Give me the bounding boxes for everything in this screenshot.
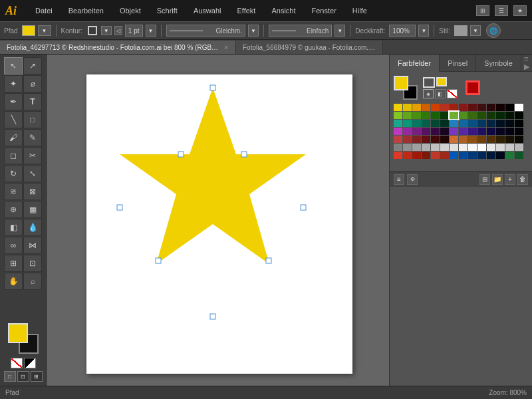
color-cell-6-10[interactable] <box>487 152 495 159</box>
fill-swatch[interactable] <box>22 25 35 36</box>
color-cell-6-3[interactable] <box>422 152 430 159</box>
free-transform-tool[interactable]: ⊠ <box>23 183 42 200</box>
selected-color-indicator[interactable] <box>466 80 480 95</box>
menu-hilfe[interactable]: Hilfe <box>350 5 370 16</box>
color-cell-6-2[interactable] <box>412 152 421 159</box>
color-cell-6-5[interactable] <box>440 152 449 159</box>
globe-icon[interactable]: 🌐 <box>486 23 501 38</box>
default-colors-swatch[interactable] <box>24 358 36 368</box>
scissors-tool[interactable]: ✂ <box>23 147 42 164</box>
color-cell-0-13[interactable] <box>515 104 523 111</box>
color-cell-6-4[interactable] <box>431 152 440 159</box>
color-cell-3-12[interactable] <box>505 128 514 135</box>
color-cell-0-8[interactable] <box>468 104 477 111</box>
stroke-style-dropdown[interactable]: ▼ <box>248 25 259 37</box>
stroke-dropdown-1[interactable]: ▼ <box>101 26 112 35</box>
menu-schrift[interactable]: Schrift <box>154 5 180 16</box>
live-paint-tool[interactable]: ⋈ <box>23 237 42 254</box>
color-cell-3-2[interactable] <box>412 128 421 135</box>
color-cell-6-7[interactable] <box>459 152 467 159</box>
style-swatch[interactable] <box>454 25 467 36</box>
color-cell-2-9[interactable] <box>477 120 486 127</box>
color-cell-3-7[interactable] <box>459 128 467 135</box>
color-cell-0-6[interactable] <box>450 104 458 111</box>
color-cell-0-1[interactable] <box>403 104 412 111</box>
workspace-icon[interactable]: ☰ <box>495 5 508 16</box>
panel-delete-icon[interactable]: 🗑 <box>517 174 528 185</box>
color-cell-6-9[interactable] <box>477 152 486 159</box>
tab-symbole[interactable]: Symbole <box>476 55 521 72</box>
magic-wand-tool[interactable]: ✦ <box>4 75 23 92</box>
stroke-style-field[interactable]: Gleichm. <box>166 25 245 37</box>
color-cell-0-3[interactable] <box>422 104 430 111</box>
draw-normal-swatch[interactable]: □ <box>4 371 16 382</box>
tab-1-close[interactable]: ✕ <box>223 44 229 51</box>
color-cell-3-11[interactable] <box>496 128 505 135</box>
color-cell-2-4[interactable] <box>431 120 440 127</box>
handle-bl[interactable] <box>156 258 161 263</box>
menu-auswahl[interactable]: Auswahl <box>191 5 224 16</box>
panel-none-icon[interactable] <box>447 89 458 98</box>
color-cell-2-7[interactable] <box>459 120 467 127</box>
handle-bottom[interactable] <box>210 314 215 319</box>
stroke-width-field[interactable]: 1 pt <box>125 25 143 37</box>
none-swatch[interactable] <box>11 358 23 368</box>
color-cell-1-7[interactable] <box>459 112 467 119</box>
eyedropper-tool[interactable]: 💧 <box>23 219 42 236</box>
color-cell-5-0[interactable] <box>394 144 402 151</box>
color-cell-5-6[interactable] <box>450 144 458 151</box>
color-cell-1-10[interactable] <box>487 112 495 119</box>
color-cell-2-11[interactable] <box>496 120 505 127</box>
panel-grid-icon[interactable]: ⊞ <box>479 174 490 185</box>
color-cell-1-2[interactable] <box>412 112 421 119</box>
color-cell-2-5[interactable] <box>440 120 449 127</box>
color-cell-5-12[interactable] <box>505 144 514 151</box>
color-cell-2-13[interactable] <box>515 120 523 127</box>
slice-tool[interactable]: ⊡ <box>23 255 42 272</box>
stroke-end-field[interactable]: Einfach <box>269 25 332 37</box>
zoom-tool[interactable]: ⌕ <box>23 273 42 290</box>
opacity-dropdown[interactable]: ▼ <box>418 25 429 37</box>
panel-color-mode-icon[interactable]: ◈ <box>423 89 434 98</box>
color-cell-4-8[interactable] <box>468 136 477 143</box>
color-cell-5-1[interactable] <box>403 144 412 151</box>
color-cell-2-6[interactable] <box>450 120 458 127</box>
color-cell-2-1[interactable] <box>403 120 412 127</box>
color-cell-2-10[interactable] <box>487 120 495 127</box>
color-cell-4-4[interactable] <box>431 136 440 143</box>
color-cell-3-1[interactable] <box>403 128 412 135</box>
color-cell-6-13[interactable] <box>515 152 523 159</box>
color-cell-0-11[interactable] <box>496 104 505 111</box>
draw-inside-swatch[interactable]: ⊡ <box>17 371 29 382</box>
tab-farbfelder[interactable]: Farbfelder <box>390 55 440 72</box>
star-svg[interactable] <box>86 74 352 374</box>
color-cell-3-4[interactable] <box>431 128 440 135</box>
tab-pinsel[interactable]: Pinsel <box>440 55 476 72</box>
color-cell-5-7[interactable] <box>459 144 467 151</box>
panel-add-icon[interactable]: + <box>505 174 515 185</box>
lasso-tool[interactable]: ⌀ <box>23 75 42 92</box>
color-cell-4-5[interactable] <box>440 136 449 143</box>
color-cell-5-9[interactable] <box>477 144 486 151</box>
color-cell-1-11[interactable] <box>496 112 505 119</box>
color-cell-0-7[interactable] <box>459 104 467 111</box>
color-cell-5-13[interactable] <box>515 144 523 151</box>
color-cell-1-9[interactable] <box>477 112 486 119</box>
hand-tool[interactable]: ✋ <box>4 273 23 290</box>
color-cell-4-10[interactable] <box>487 136 495 143</box>
star-shape[interactable] <box>120 88 306 264</box>
stroke-swatch[interactable] <box>88 26 97 35</box>
cs-icon[interactable]: ★ <box>513 5 527 16</box>
color-cell-6-12[interactable] <box>505 152 514 159</box>
color-cell-6-6[interactable] <box>450 152 458 159</box>
menu-bearbeiten[interactable]: Bearbeiten <box>66 5 106 16</box>
color-cell-4-13[interactable] <box>515 136 523 143</box>
color-cell-4-11[interactable] <box>496 136 505 143</box>
select-tool[interactable]: ↖ <box>4 57 23 74</box>
color-cell-3-3[interactable] <box>422 128 430 135</box>
color-cell-1-3[interactable] <box>422 112 430 119</box>
menu-effekt[interactable]: Effekt <box>234 5 258 16</box>
color-cell-4-9[interactable] <box>477 136 486 143</box>
direct-select-tool[interactable]: ↗ <box>23 57 42 74</box>
color-cell-5-8[interactable] <box>468 144 477 151</box>
